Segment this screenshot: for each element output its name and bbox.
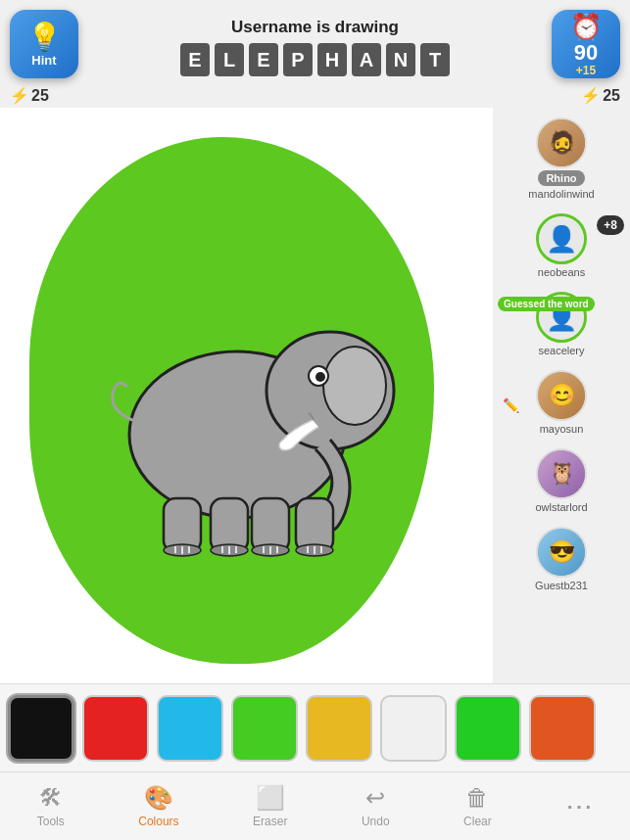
colours-label: Colours xyxy=(138,815,178,828)
color-swatch[interactable] xyxy=(380,695,447,762)
player-avatar: 😎 xyxy=(536,527,587,578)
player-avatar: 🧔 xyxy=(536,117,587,168)
tools-icon: 🛠 xyxy=(39,784,63,812)
drawing-title: Username is drawing ELEPHANT xyxy=(180,10,450,76)
color-palette xyxy=(0,684,630,772)
pencil-icon: ✏️ xyxy=(503,397,519,413)
player-item: 👤 Guessed the word seacelery xyxy=(493,292,630,356)
tools-label: Tools xyxy=(37,815,65,828)
color-swatch[interactable] xyxy=(529,695,596,762)
header: 💡 Hint ⚡ 25 Username is drawing ELEPHANT… xyxy=(0,0,630,108)
timer-value: 90 xyxy=(574,42,598,64)
player-item: 🧔 Rhino mandolinwind xyxy=(493,117,630,200)
player-item: 🦉 owlstarlord xyxy=(493,448,630,513)
color-swatch[interactable] xyxy=(157,695,223,762)
player-avatar: 👤 xyxy=(536,213,587,264)
colours-icon: 🎨 xyxy=(144,784,173,812)
word-letter: P xyxy=(283,43,313,76)
timer-button[interactable]: ⏰ 90 +15 xyxy=(552,10,620,78)
nav-tools[interactable]: 🛠 Tools xyxy=(27,779,74,833)
svg-point-4 xyxy=(315,372,325,382)
elephant-drawing xyxy=(49,157,434,654)
word-letter: E xyxy=(180,43,210,76)
undo-label: Undo xyxy=(362,815,390,828)
bottom-toolbar: 🛠 Tools 🎨 Colours ⬜ Eraser ↩ Undo 🗑 Clea… xyxy=(0,683,630,840)
color-swatch[interactable] xyxy=(82,695,149,762)
timer-bonus: +15 xyxy=(576,64,596,77)
more-icon: ⋯ xyxy=(565,790,593,822)
player-name: seacelery xyxy=(538,345,584,356)
drawing-text: Username is drawing xyxy=(180,18,450,37)
clock-icon: ⏰ xyxy=(570,12,602,42)
hint-score-value: 25 xyxy=(31,87,49,105)
color-swatch[interactable] xyxy=(306,695,372,762)
guessed-badge: Guessed the word xyxy=(498,297,595,311)
player-name: mayosun xyxy=(540,423,584,435)
player-name: neobeans xyxy=(538,266,585,278)
hint-score: ⚡ 25 xyxy=(10,86,49,105)
player-name: Guestb231 xyxy=(535,580,588,591)
player-item: 😎 Guestb231 xyxy=(493,527,630,591)
hint-button[interactable]: 💡 Hint xyxy=(10,10,78,78)
word-letter: A xyxy=(352,43,381,76)
eraser-icon: ⬜ xyxy=(256,784,285,812)
color-swatch[interactable] xyxy=(231,695,298,762)
timer-score-value: 25 xyxy=(603,87,620,105)
word-letter: N xyxy=(386,43,415,76)
nav-undo[interactable]: ↩ Undo xyxy=(352,779,400,833)
color-swatch[interactable] xyxy=(8,695,74,762)
players-sidebar: 🧔 Rhino mandolinwind 👤 +8 neobeans 👤 Gue… xyxy=(493,108,630,683)
clear-icon: 🗑 xyxy=(465,784,489,812)
player-item: 👤 +8 neobeans xyxy=(493,213,630,278)
player-name: owlstarlord xyxy=(535,501,587,513)
rhino-badge: Rhino xyxy=(538,170,584,186)
bottom-nav: 🛠 Tools 🎨 Colours ⬜ Eraser ↩ Undo 🗑 Clea… xyxy=(0,771,630,840)
word-letter: E xyxy=(249,43,278,76)
player-avatar: 😊 xyxy=(536,370,587,421)
drawing-canvas[interactable] xyxy=(0,108,493,683)
color-swatch[interactable] xyxy=(455,695,521,762)
nav-clear[interactable]: 🗑 Clear xyxy=(454,779,502,833)
player-avatar: 🦉 xyxy=(536,448,587,499)
bolt-icon-left: ⚡ xyxy=(10,86,29,105)
nav-colours[interactable]: 🎨 Colours xyxy=(128,779,188,833)
word-display: ELEPHANT xyxy=(180,43,450,76)
player-item: ✏️ 😊 mayosun xyxy=(493,370,630,435)
svg-point-2 xyxy=(323,347,386,425)
nav-more[interactable]: ⋯ xyxy=(556,785,603,827)
hint-label: Hint xyxy=(31,53,56,68)
eraser-label: Eraser xyxy=(253,815,287,828)
bulb-icon: 💡 xyxy=(27,21,62,53)
word-letter: T xyxy=(420,43,450,76)
score-badge: +8 xyxy=(597,215,624,235)
word-letter: H xyxy=(317,43,347,76)
timer-score: ⚡ 25 xyxy=(581,86,620,105)
nav-eraser[interactable]: ⬜ Eraser xyxy=(243,779,297,833)
clear-label: Clear xyxy=(463,815,492,828)
player-name: mandolinwind xyxy=(528,188,594,200)
word-letter: L xyxy=(215,43,244,76)
bolt-icon-right: ⚡ xyxy=(581,86,601,105)
undo-icon: ↩ xyxy=(365,784,385,812)
